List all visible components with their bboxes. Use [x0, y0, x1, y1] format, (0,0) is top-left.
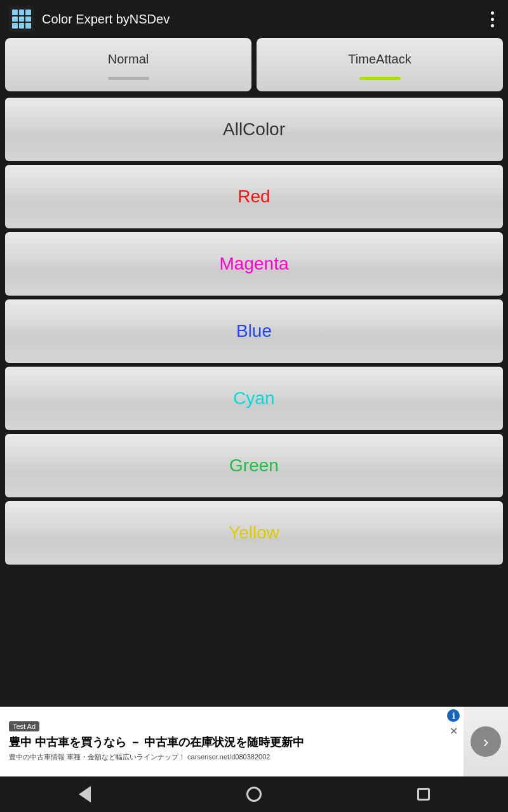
allcolor-label: AllColor: [223, 119, 285, 140]
mode-tabs: Normal TimeAttack: [0, 38, 508, 98]
ad-subtitle: 豊中の中古車情報 車種・金額など幅広いラインナップ！ carsensor.net…: [9, 752, 455, 762]
green-label: Green: [229, 455, 279, 476]
app-bar: Color Expert byNSDev: [0, 0, 508, 38]
magenta-label: Magenta: [220, 254, 289, 274]
red-label: Red: [237, 187, 270, 207]
nav-home-icon: [246, 787, 262, 802]
overflow-menu-button[interactable]: [486, 6, 499, 32]
tab-timeattack[interactable]: TimeAttack: [257, 38, 503, 91]
red-button[interactable]: Red: [5, 165, 503, 228]
app-icon: [9, 6, 34, 32]
allcolor-button[interactable]: AllColor: [5, 98, 503, 161]
tab-timeattack-label: TimeAttack: [348, 52, 411, 67]
tab-normal-indicator: [108, 77, 149, 80]
magenta-button[interactable]: Magenta: [5, 232, 503, 296]
ad-arrow-button[interactable]: ›: [464, 707, 508, 776]
nav-bar: [0, 776, 508, 812]
tab-normal[interactable]: Normal: [5, 38, 251, 91]
ad-content: Test Ad 豊中 中古車を買うなら － 中古車の在庫状況を随時更新中 豊中の…: [0, 707, 464, 776]
blue-button[interactable]: Blue: [5, 299, 503, 363]
cyan-button[interactable]: Cyan: [5, 367, 503, 430]
blue-label: Blue: [236, 321, 272, 341]
nav-home-button[interactable]: [238, 778, 270, 810]
ad-banner: Test Ad 豊中 中古車を買うなら － 中古車の在庫状況を随時更新中 豊中の…: [0, 707, 508, 776]
tab-timeattack-indicator: [359, 77, 401, 80]
ad-tag: Test Ad: [9, 721, 39, 731]
ad-title: 豊中 中古車を買うなら － 中古車の在庫状況を随時更新中: [9, 735, 455, 750]
nav-back-button[interactable]: [69, 778, 100, 810]
color-buttons-list: AllColor Red Magenta Blue Cyan Green Yel…: [0, 98, 508, 565]
yellow-label: Yellow: [229, 523, 279, 543]
cyan-label: Cyan: [233, 388, 274, 409]
ad-info-icon[interactable]: ℹ: [447, 709, 460, 722]
app-title: Color Expert byNSDev: [42, 12, 170, 27]
ad-close-icon[interactable]: ✕: [447, 724, 460, 737]
ad-arrow-circle: ›: [471, 726, 501, 757]
app-bar-left: Color Expert byNSDev: [9, 6, 170, 32]
nav-recents-icon: [417, 788, 430, 801]
nav-back-icon: [79, 786, 91, 802]
green-button[interactable]: Green: [5, 434, 503, 497]
tab-normal-label: Normal: [108, 52, 149, 67]
nav-recents-button[interactable]: [408, 778, 439, 810]
yellow-button[interactable]: Yellow: [5, 501, 503, 565]
